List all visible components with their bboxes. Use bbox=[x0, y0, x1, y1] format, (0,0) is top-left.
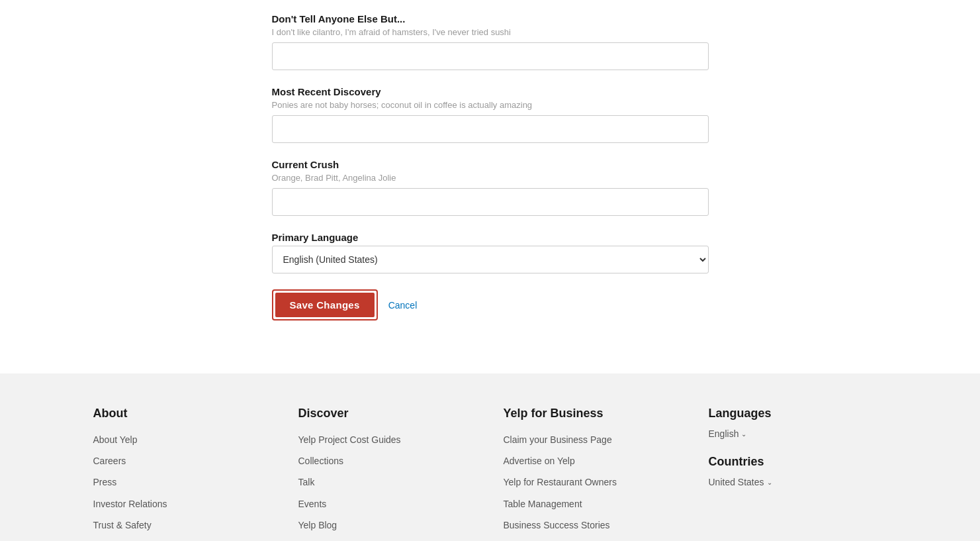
footer-link-yelp-blog[interactable]: Yelp Blog bbox=[298, 519, 477, 531]
footer-link-cost-guides[interactable]: Yelp Project Cost Guides bbox=[298, 434, 477, 446]
footer-link-success-stories[interactable]: Business Success Stories bbox=[504, 519, 682, 531]
cancel-link[interactable]: Cancel bbox=[388, 300, 418, 311]
dont-tell-label: Don't Tell Anyone Else But... bbox=[272, 13, 709, 25]
footer-countries-title: Countries bbox=[709, 455, 887, 469]
footer-link-press[interactable]: Press bbox=[93, 476, 272, 488]
current-crush-label: Current Crush bbox=[272, 159, 709, 170]
site-footer: About About Yelp Careers Press Investor … bbox=[0, 373, 980, 541]
footer-link-investor-relations[interactable]: Investor Relations bbox=[93, 498, 272, 510]
language-selector[interactable]: English ⌄ bbox=[709, 428, 887, 439]
dont-tell-input[interactable] bbox=[272, 42, 709, 70]
footer-languages-title: Languages bbox=[709, 407, 887, 420]
dont-tell-hint: I don't like cilantro, I'm afraid of ham… bbox=[272, 27, 709, 37]
form-actions: Save Changes Cancel bbox=[272, 289, 709, 320]
most-recent-discovery-label: Most Recent Discovery bbox=[272, 86, 709, 97]
footer-link-trust-safety[interactable]: Trust & Safety bbox=[93, 519, 272, 531]
country-selected-value: United States bbox=[709, 477, 764, 487]
footer-link-collections[interactable]: Collections bbox=[298, 455, 477, 467]
chevron-down-icon: ⌄ bbox=[741, 430, 746, 438]
country-selector[interactable]: United States ⌄ bbox=[709, 477, 887, 487]
current-crush-hint: Orange, Brad Pitt, Angelina Jolie bbox=[272, 173, 709, 183]
footer-discover-column: Discover Yelp Project Cost Guides Collec… bbox=[298, 407, 477, 540]
dont-tell-field: Don't Tell Anyone Else But... I don't li… bbox=[272, 13, 709, 70]
footer-discover-title: Discover bbox=[298, 407, 477, 420]
save-button-wrapper: Save Changes bbox=[272, 289, 378, 320]
primary-language-field: Primary Language English (United States)… bbox=[272, 232, 709, 273]
footer-languages-column: Languages English ⌄ Countries United Sta… bbox=[709, 407, 887, 540]
current-crush-field: Current Crush Orange, Brad Pitt, Angelin… bbox=[272, 159, 709, 216]
current-crush-input[interactable] bbox=[272, 188, 709, 216]
primary-language-label: Primary Language bbox=[272, 232, 709, 243]
footer-link-table-management[interactable]: Table Management bbox=[504, 498, 682, 510]
most-recent-discovery-input[interactable] bbox=[272, 115, 709, 143]
footer-link-restaurant-owners[interactable]: Yelp for Restaurant Owners bbox=[504, 476, 682, 488]
language-selected-value: English bbox=[709, 428, 739, 439]
footer-business-column: Yelp for Business Claim your Business Pa… bbox=[504, 407, 682, 540]
footer-link-careers[interactable]: Careers bbox=[93, 455, 272, 467]
footer-business-title: Yelp for Business bbox=[504, 407, 682, 420]
most-recent-discovery-hint: Ponies are not baby horses; coconut oil … bbox=[272, 100, 709, 110]
footer-link-claim-business[interactable]: Claim your Business Page bbox=[504, 434, 682, 446]
footer-link-events[interactable]: Events bbox=[298, 498, 477, 510]
footer-link-talk[interactable]: Talk bbox=[298, 476, 477, 488]
most-recent-discovery-field: Most Recent Discovery Ponies are not bab… bbox=[272, 86, 709, 143]
footer-about-column: About About Yelp Careers Press Investor … bbox=[93, 407, 272, 540]
footer-about-title: About bbox=[93, 407, 272, 420]
save-button[interactable]: Save Changes bbox=[275, 293, 375, 317]
footer-link-about-yelp[interactable]: About Yelp bbox=[93, 434, 272, 446]
primary-language-select[interactable]: English (United States) Spanish French G… bbox=[272, 246, 709, 273]
chevron-down-country-icon: ⌄ bbox=[767, 479, 772, 486]
footer-link-advertise[interactable]: Advertise on Yelp bbox=[504, 455, 682, 467]
